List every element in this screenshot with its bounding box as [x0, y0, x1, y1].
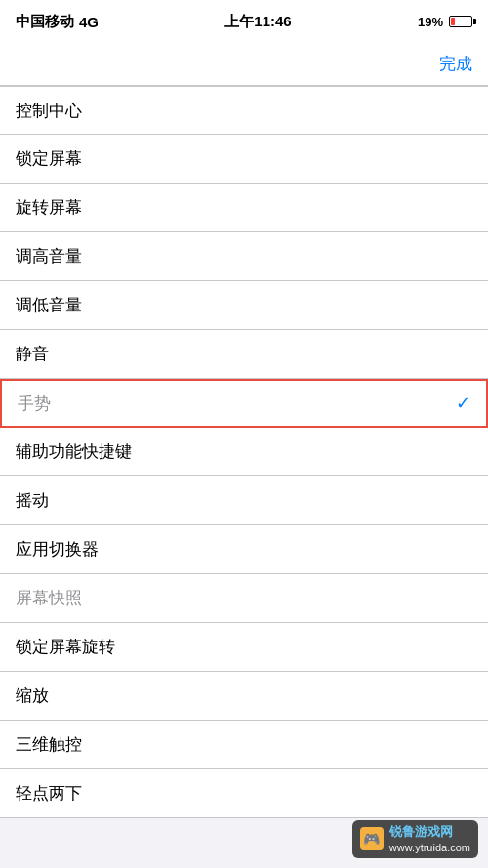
list-item-lock-screen[interactable]: 锁定屏幕	[0, 135, 488, 184]
checkmark-icon: ✓	[456, 393, 470, 414]
menu-list: 控制中心锁定屏幕旋转屏幕调高音量调低音量静音手势✓辅助功能快捷键摇动应用切换器屏…	[0, 86, 488, 818]
list-item-label-lock-rotation: 锁定屏幕旋转	[16, 636, 115, 658]
list-item-screenshot[interactable]: 屏幕快照	[0, 574, 488, 623]
list-item-label-double-tap: 轻点两下	[16, 782, 82, 805]
battery-icon	[449, 16, 472, 27]
list-item-label-volume-down: 调低音量	[16, 294, 82, 316]
battery-percent: 19%	[418, 15, 443, 29]
list-item-label-3d-touch: 三维触控	[16, 733, 82, 756]
list-item-label-gesture: 手势	[18, 393, 51, 415]
list-item-label-mute: 静音	[16, 343, 49, 365]
watermark-text: 锐鲁游戏网 www.ytruida.com	[389, 824, 470, 854]
status-right: 19%	[418, 15, 472, 29]
status-bar: 中国移动 4G 上午11:46 19%	[0, 0, 488, 43]
list-item-label-zoom: 缩放	[16, 684, 49, 707]
list-item-volume-up[interactable]: 调高音量	[0, 232, 488, 281]
status-time: 上午11:46	[224, 13, 291, 31]
list-item-zoom[interactable]: 缩放	[0, 672, 488, 721]
list-item-label-shake: 摇动	[16, 489, 49, 512]
list-item-rotate-screen[interactable]: 旋转屏幕	[0, 184, 488, 232]
network-type: 4G	[79, 14, 99, 30]
status-left: 中国移动 4G	[16, 13, 99, 31]
list-item-label-lock-screen: 锁定屏幕	[16, 147, 82, 170]
list-item-3d-touch[interactable]: 三维触控	[0, 721, 488, 769]
watermark-icon: 🎮	[360, 827, 384, 850]
carrier-text: 中国移动	[16, 13, 74, 31]
list-item-label-app-switcher: 应用切换器	[16, 538, 99, 560]
list-item-control-center[interactable]: 控制中心	[0, 86, 488, 135]
list-item-volume-down[interactable]: 调低音量	[0, 281, 488, 330]
list-item-gesture[interactable]: 手势✓	[0, 379, 488, 428]
list-item-label-accessibility-shortcut: 辅助功能快捷键	[16, 440, 132, 463]
done-button[interactable]: 完成	[439, 53, 472, 75]
list-item-label-volume-up: 调高音量	[16, 245, 82, 268]
list-item-label-rotate-screen: 旋转屏幕	[16, 196, 82, 219]
list-item-label-control-center: 控制中心	[16, 100, 82, 122]
list-item-app-switcher[interactable]: 应用切换器	[0, 525, 488, 574]
watermark: 🎮 锐鲁游戏网 www.ytruida.com	[352, 820, 478, 858]
nav-bar: 完成	[0, 43, 488, 86]
list-item-double-tap[interactable]: 轻点两下	[0, 769, 488, 818]
list-item-accessibility-shortcut[interactable]: 辅助功能快捷键	[0, 428, 488, 476]
list-item-lock-rotation[interactable]: 锁定屏幕旋转	[0, 623, 488, 672]
list-item-shake[interactable]: 摇动	[0, 476, 488, 525]
list-item-label-screenshot: 屏幕快照	[16, 587, 82, 609]
list-item-mute[interactable]: 静音	[0, 330, 488, 379]
